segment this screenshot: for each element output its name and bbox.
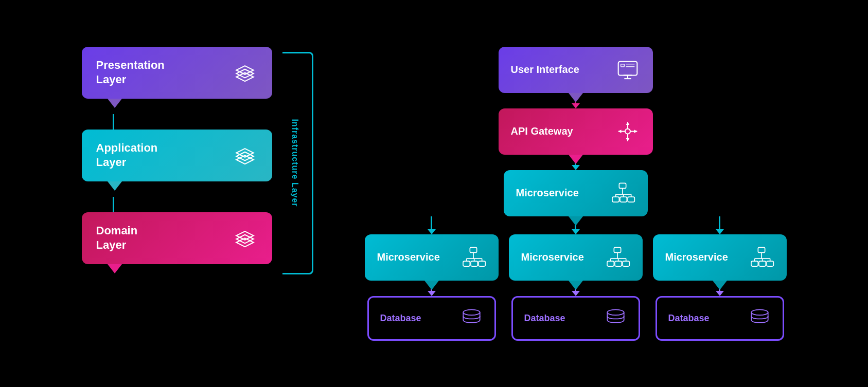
svg-rect-26 bbox=[463, 261, 470, 266]
svg-marker-13 bbox=[626, 138, 629, 141]
tail-presentation bbox=[108, 99, 122, 108]
bottom-right-micro-box: Microservice bbox=[653, 234, 787, 281]
tail-bl-micro bbox=[424, 281, 439, 290]
svg-marker-15 bbox=[634, 130, 637, 133]
arrow-right bbox=[716, 229, 724, 234]
domain-layer-box: DomainLayer bbox=[82, 212, 272, 264]
svg-marker-12 bbox=[626, 122, 629, 125]
microservice-icon-bl bbox=[460, 245, 486, 270]
infrastructure-layer-label: Infrastructure Layer bbox=[290, 119, 299, 207]
tail-application bbox=[108, 181, 122, 191]
arrow-br-db bbox=[716, 291, 724, 296]
tail-bc-micro bbox=[569, 281, 583, 290]
ui-label: User Interface bbox=[511, 64, 579, 76]
svg-rect-35 bbox=[614, 247, 621, 252]
presentation-layer-box: PresentationLayer bbox=[82, 47, 272, 99]
tail-top-micro bbox=[569, 216, 583, 226]
svg-point-34 bbox=[463, 309, 480, 315]
domain-layer-label: DomainLayer bbox=[96, 224, 138, 253]
bottom-right-db-box: Database bbox=[656, 296, 784, 341]
top-microservice-box: Microservice bbox=[504, 170, 648, 216]
svg-marker-14 bbox=[618, 130, 621, 133]
api-gateway-icon bbox=[615, 119, 641, 144]
monitor-icon bbox=[615, 57, 641, 83]
left-panel: PresentationLayer ApplicationLayer Dom bbox=[82, 47, 272, 280]
ui-box: User Interface bbox=[499, 47, 653, 93]
database-icon-bl bbox=[460, 307, 483, 330]
main-diagram: PresentationLayer ApplicationLayer Dom bbox=[61, 36, 807, 351]
svg-rect-25 bbox=[470, 247, 476, 252]
database-icon-bc bbox=[604, 307, 627, 330]
tail-br-micro bbox=[713, 281, 727, 290]
svg-rect-36 bbox=[607, 261, 614, 266]
connector-app-domain bbox=[113, 197, 114, 212]
microservice-icon-bc bbox=[605, 245, 630, 270]
tail-ui bbox=[569, 93, 583, 102]
svg-point-54 bbox=[751, 309, 768, 315]
layers-icon-application bbox=[232, 142, 258, 168]
svg-rect-46 bbox=[751, 261, 758, 266]
bottom-col-left: Microservice bbox=[365, 216, 499, 341]
database-icon-br bbox=[748, 307, 771, 330]
conn-left-top bbox=[431, 216, 432, 229]
application-layer-label: ApplicationLayer bbox=[96, 141, 158, 170]
api-gateway-box: API Gateway bbox=[499, 108, 653, 155]
top-micro-section: Microservice bbox=[504, 170, 648, 216]
conn-right-top bbox=[719, 216, 720, 229]
arrow-api-micro bbox=[572, 165, 580, 170]
bottom-col-right: Microservice bbox=[653, 216, 787, 341]
svg-rect-47 bbox=[759, 261, 766, 266]
bottom-left-micro-label: Microservice bbox=[377, 251, 440, 263]
layers-icon-domain bbox=[232, 225, 258, 251]
arrow-ui-api bbox=[572, 103, 580, 108]
svg-rect-28 bbox=[479, 261, 485, 266]
bottom-left-db-label: Database bbox=[380, 313, 421, 324]
right-panel: User Interface API Gateway bbox=[365, 47, 787, 341]
connector-pres-app bbox=[113, 114, 114, 130]
svg-rect-37 bbox=[615, 261, 622, 266]
bottom-center-db-box: Database bbox=[511, 296, 640, 341]
arrow-left bbox=[428, 229, 436, 234]
svg-rect-4 bbox=[621, 64, 624, 66]
layers-icon-presentation bbox=[232, 60, 258, 85]
svg-rect-0 bbox=[618, 61, 637, 75]
presentation-layer-label: PresentationLayer bbox=[96, 58, 165, 87]
bottom-center-micro-box: Microservice bbox=[509, 234, 643, 281]
tail-domain bbox=[108, 264, 122, 273]
ui-section: User Interface bbox=[499, 47, 653, 108]
arrow-bl-db bbox=[428, 291, 436, 296]
svg-rect-19 bbox=[628, 197, 634, 202]
api-section: API Gateway bbox=[499, 108, 653, 170]
svg-point-44 bbox=[607, 309, 624, 315]
bottom-left-db-box: Database bbox=[367, 296, 496, 341]
svg-rect-18 bbox=[620, 197, 627, 202]
tail-api bbox=[569, 155, 583, 164]
api-label: API Gateway bbox=[511, 125, 573, 137]
arrow-bc-db bbox=[572, 291, 580, 296]
top-micro-label: Microservice bbox=[516, 187, 579, 199]
arrow-center bbox=[572, 229, 580, 234]
svg-rect-48 bbox=[767, 261, 773, 266]
svg-rect-38 bbox=[623, 261, 629, 266]
application-layer-box: ApplicationLayer bbox=[82, 130, 272, 181]
svg-rect-17 bbox=[612, 197, 619, 202]
bottom-center-micro-label: Microservice bbox=[521, 251, 584, 263]
bottom-center-db-label: Database bbox=[524, 313, 565, 324]
bottom-right-micro-label: Microservice bbox=[665, 251, 728, 263]
svg-rect-45 bbox=[758, 247, 765, 252]
svg-rect-16 bbox=[619, 183, 626, 188]
bottom-left-micro-box: Microservice bbox=[365, 234, 499, 281]
bottom-section: Microservice bbox=[365, 216, 787, 341]
microservice-icon-br bbox=[749, 245, 774, 270]
bottom-right-db-label: Database bbox=[668, 313, 710, 324]
svg-point-7 bbox=[625, 128, 630, 134]
microservice-icon-top bbox=[610, 180, 635, 206]
svg-rect-27 bbox=[471, 261, 477, 266]
bottom-col-center: Microservice bbox=[509, 216, 643, 341]
